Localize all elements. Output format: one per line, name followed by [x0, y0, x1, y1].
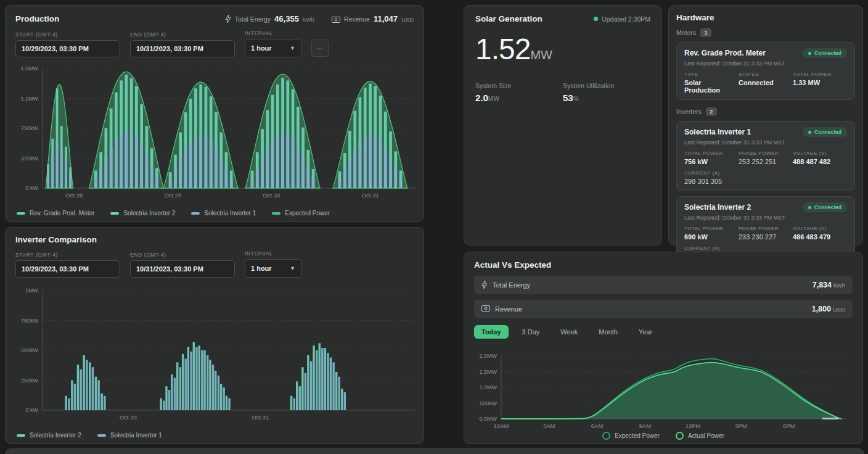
- inverters-count-badge: 2: [706, 107, 717, 116]
- last-reported: Last Reported: October 31 3:33 PM MST: [684, 60, 847, 67]
- inverter-comparison-chart: 1MW750kW500kW250kW0 kWOct 30Oct 31: [8, 284, 421, 427]
- start-label: START (GMT-4): [15, 252, 120, 258]
- interval-select[interactable]: 1 hour ▼: [245, 39, 301, 57]
- svg-text:500kW: 500kW: [480, 400, 497, 407]
- production-title: Production: [15, 14, 59, 23]
- actual-vs-expected-panel: Actual Vs Expected Total Energy 7,834kWh…: [464, 252, 863, 444]
- svg-text:0.0MW: 0.0MW: [479, 416, 497, 422]
- interval-label: INTERVAL: [245, 30, 301, 36]
- svg-text:6PM: 6PM: [783, 423, 795, 429]
- svg-text:2.0MW: 2.0MW: [479, 353, 497, 359]
- tab-today[interactable]: Today: [474, 325, 509, 339]
- inverter-phase-power: PHASE POWER253 252 251: [739, 151, 793, 165]
- svg-text:1.1MW: 1.1MW: [20, 96, 38, 102]
- current-generation: 1.52MW: [475, 32, 650, 66]
- actual-vs-expected-chart: 2.0MW1.5MW1.0MW500kW0.0MW12AM3AM6AM9AM12…: [474, 352, 854, 431]
- inverter-current: CURRENT (A)298 301 305: [684, 170, 847, 185]
- bolt-icon: [225, 14, 231, 25]
- bolt-icon: [481, 281, 488, 290]
- inverter2-series-swatch: [17, 434, 25, 437]
- last-reported: Last Reported: October 31 3:33 PM MST: [684, 139, 847, 146]
- svg-text:1.0MW: 1.0MW: [479, 384, 497, 390]
- inverter-voltage: VOLTAGE (V)486 483 479: [793, 226, 847, 241]
- revenue-stat: Revenue 11,047 USD: [332, 13, 414, 24]
- chart-options-button[interactable]: ⋯: [311, 39, 329, 57]
- legend-item: Solectria Inverter 2: [17, 432, 81, 439]
- end-datetime-input[interactable]: [130, 260, 235, 278]
- interval-select[interactable]: 1 hour ▼: [245, 259, 301, 278]
- system-utilization-stat: System Utilization 53%: [563, 82, 650, 103]
- system-size-stat: System Size 2.0MW: [475, 82, 563, 103]
- tab-week[interactable]: Week: [553, 325, 585, 339]
- legend-item: Solectria Inverter 2: [110, 210, 175, 217]
- legend-item: Expected Power: [272, 210, 330, 217]
- svg-text:3PM: 3PM: [735, 423, 747, 429]
- svg-text:750kW: 750kW: [21, 125, 39, 131]
- svg-text:375kW: 375kW: [21, 155, 39, 162]
- chevron-down-icon: ▼: [290, 265, 295, 271]
- status-dot-icon: [808, 131, 811, 134]
- svg-text:500kW: 500kW: [21, 347, 39, 353]
- svg-text:1.5MW: 1.5MW: [20, 65, 38, 72]
- meter-type: TYPESolar Production: [684, 72, 739, 94]
- expected-power-swatch: [602, 432, 610, 440]
- inverter-card[interactable]: Solectria Inverter 1 Connected Last Repo…: [676, 121, 855, 191]
- legend-item: Actual Power: [676, 432, 724, 440]
- inverter-comparison-legend: Solectria Inverter 2 Solectria Inverter …: [17, 432, 162, 439]
- start-datetime-input[interactable]: [15, 40, 120, 57]
- inverter2-series-swatch: [110, 212, 119, 215]
- total-energy-stat: Total Energy 46,355 kWh: [225, 13, 314, 24]
- tab-3-day[interactable]: 3 Day: [515, 325, 547, 339]
- current-time-marker: [822, 418, 838, 419]
- meter-status: STATUSConnected: [739, 72, 793, 94]
- connected-badge: Connected: [803, 127, 847, 137]
- tab-month[interactable]: Month: [591, 325, 625, 339]
- svg-text:Oct 30: Oct 30: [120, 414, 137, 421]
- inverter-name: Solectria Inverter 2: [684, 203, 751, 212]
- actual-vs-expected-title: Actual Vs Expected: [464, 252, 862, 270]
- interval-label: INTERVAL: [245, 250, 301, 257]
- svg-text:Oct 29: Oct 29: [164, 192, 181, 199]
- svg-text:9AM: 9AM: [639, 423, 652, 429]
- start-datetime-input[interactable]: [15, 260, 120, 278]
- updated-status: Updated 2:30PM: [594, 15, 650, 23]
- inverter1-series-swatch: [191, 212, 200, 215]
- inverter-comparison-panel: Inverter Comparison START (GMT-4) END (G…: [5, 227, 424, 444]
- production-chart: 1.5MW1.1MW750kW375kW0 kWOct 28Oct 29Oct …: [8, 62, 421, 205]
- inverter-total-power: TOTAL POWER756 kW: [684, 151, 739, 165]
- connected-badge: Connected: [803, 202, 847, 212]
- svg-text:1MW: 1MW: [25, 287, 39, 294]
- inverter-total-power: TOTAL POWER690 kW: [684, 226, 739, 241]
- status-dot-icon: [808, 52, 811, 55]
- inverter-comparison-title: Inverter Comparison: [15, 235, 414, 244]
- svg-text:3AM: 3AM: [543, 423, 555, 429]
- svg-text:Oct 30: Oct 30: [263, 192, 280, 199]
- inverter-name: Solectria Inverter 1: [684, 128, 751, 136]
- expected-series-swatch: [272, 212, 280, 215]
- total-energy-row: Total Energy 7,834kWh: [474, 276, 853, 294]
- hardware-panel: Hardware Meters 1 Rev. Grade Prod. Meter…: [668, 5, 863, 246]
- svg-text:250kW: 250kW: [21, 378, 39, 384]
- legend-item: Expected Power: [602, 432, 660, 440]
- tab-year[interactable]: Year: [631, 325, 660, 339]
- meter-name: Rev. Grade Prod. Meter: [684, 49, 766, 57]
- end-label: END (GMT-4): [130, 31, 235, 38]
- range-tabs: Today 3 Day Week Month Year: [474, 325, 853, 339]
- meter-series-swatch: [17, 212, 25, 215]
- svg-text:Oct 28: Oct 28: [65, 192, 83, 199]
- legend-item: Rev. Grade Prod. Meter: [17, 210, 94, 217]
- solar-generation-title: Solar Generation: [475, 14, 542, 23]
- meter-total-power: TOTAL POWER1.33 MW: [793, 72, 847, 94]
- svg-text:12PM: 12PM: [686, 423, 701, 429]
- solar-generation-panel: Solar Generation Updated 2:30PM 1.52MW S…: [464, 5, 662, 246]
- end-datetime-input[interactable]: [130, 40, 235, 57]
- svg-text:Oct 31: Oct 31: [252, 414, 269, 421]
- inverter-phase-power: PHASE POWER233 230 227: [739, 226, 793, 241]
- svg-text:12AM: 12AM: [494, 423, 509, 429]
- meter-card[interactable]: Rev. Grade Prod. Meter Connected Last Re…: [676, 42, 855, 100]
- svg-text:0 kW: 0 kW: [25, 407, 38, 413]
- svg-text:0 kW: 0 kW: [25, 185, 38, 191]
- hardware-title: Hardware: [676, 13, 855, 22]
- meters-count-badge: 1: [700, 28, 711, 37]
- svg-text:750kW: 750kW: [21, 318, 39, 324]
